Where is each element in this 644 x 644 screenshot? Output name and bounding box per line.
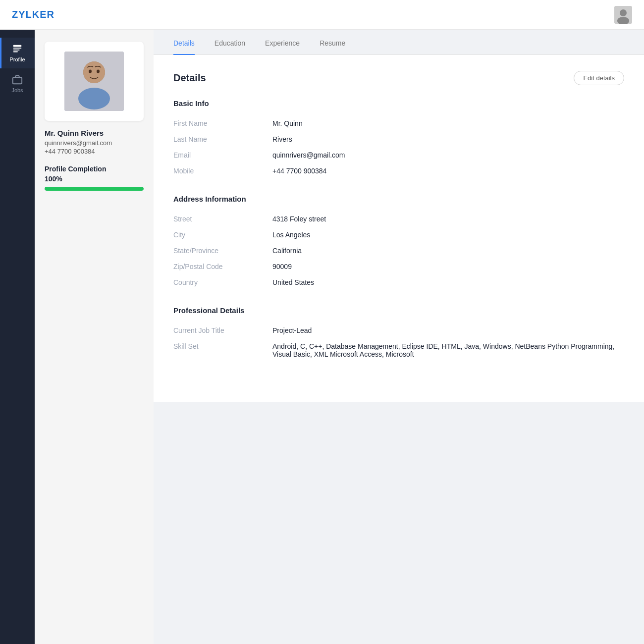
info-value: United States xyxy=(272,278,624,286)
completion-percent: 100% xyxy=(45,175,144,183)
info-row: CityLos Angeles xyxy=(173,227,624,243)
info-value: Android, C, C++, Database Management, Ec… xyxy=(272,342,624,358)
info-label: Skill Set xyxy=(173,342,272,358)
profile-phone: +44 7700 900384 xyxy=(45,148,144,155)
section-address: Address InformationStreet4318 Foley stre… xyxy=(173,195,624,290)
info-label: Mobile xyxy=(173,167,272,175)
info-value: California xyxy=(272,247,624,255)
info-label: State/Province xyxy=(173,247,272,255)
tab-bar: Details Education Experience Resume xyxy=(154,30,644,55)
main-content: Details Education Experience Resume Deta… xyxy=(154,30,644,644)
info-label: Current Job Title xyxy=(173,326,272,334)
details-title: Details xyxy=(173,72,206,84)
info-value: Los Angeles xyxy=(272,231,624,239)
svg-point-12 xyxy=(89,70,92,73)
info-row: Zip/Postal Code90009 xyxy=(173,259,624,274)
tab-details[interactable]: Details xyxy=(173,30,195,55)
info-row: CountryUnited States xyxy=(173,274,624,290)
completion-label: Profile Completion xyxy=(45,165,144,173)
info-value: Mr. Quinn xyxy=(272,119,624,127)
info-row: Emailquinnrivers@gmail.com xyxy=(173,147,624,163)
profile-email: quinnrivers@gmail.com xyxy=(45,139,144,147)
info-value: Rivers xyxy=(272,135,624,143)
section-professional: Professional DetailsCurrent Job TitlePro… xyxy=(173,306,624,362)
sidebar-profile-label: Profile xyxy=(9,56,25,62)
section-title-address: Address Information xyxy=(173,195,624,203)
topbar: ZYLKER xyxy=(0,0,644,30)
sections-container: Basic InfoFirst NameMr. QuinnLast NameRi… xyxy=(173,99,624,362)
svg-point-10 xyxy=(78,88,110,109)
info-row: Current Job TitleProject-Lead xyxy=(173,322,624,338)
tab-experience[interactable]: Experience xyxy=(265,30,300,55)
svg-rect-6 xyxy=(13,52,18,53)
svg-rect-4 xyxy=(13,48,22,49)
section-title-basic-info: Basic Info xyxy=(173,99,624,107)
svg-point-1 xyxy=(620,9,627,16)
app-logo: ZYLKER xyxy=(12,9,54,20)
details-card: Details Edit details Basic InfoFirst Nam… xyxy=(154,55,644,402)
progress-bar xyxy=(45,187,144,191)
section-title-professional: Professional Details xyxy=(173,306,624,315)
user-avatar[interactable] xyxy=(614,6,632,24)
info-label: Country xyxy=(173,278,272,286)
info-value: Project-Lead xyxy=(272,326,624,334)
svg-point-13 xyxy=(97,70,100,73)
section-basic-info: Basic InfoFirst NameMr. QuinnLast NameRi… xyxy=(173,99,624,179)
info-label: Street xyxy=(173,215,272,223)
left-panel: Mr. Quinn Rivers quinnrivers@gmail.com +… xyxy=(35,30,154,644)
info-label: Last Name xyxy=(173,135,272,143)
details-header: Details Edit details xyxy=(173,71,624,85)
sidebar-jobs-label: Jobs xyxy=(11,87,23,93)
info-label: Email xyxy=(173,151,272,159)
info-label: First Name xyxy=(173,119,272,127)
profile-name: Mr. Quinn Rivers xyxy=(45,129,144,137)
info-label: Zip/Postal Code xyxy=(173,263,272,270)
profile-photo xyxy=(64,52,124,111)
svg-rect-7 xyxy=(13,77,22,84)
info-row: Last NameRivers xyxy=(173,131,624,147)
info-label: City xyxy=(173,231,272,239)
info-value: quinnrivers@gmail.com xyxy=(272,151,624,159)
tab-resume[interactable]: Resume xyxy=(320,30,345,55)
sidebar-item-jobs[interactable]: Jobs xyxy=(0,68,35,99)
tab-education[interactable]: Education xyxy=(215,30,245,55)
info-value: +44 7700 900384 xyxy=(272,167,624,175)
sidebar: Profile Jobs xyxy=(0,30,35,644)
profile-photo-card xyxy=(45,42,144,121)
profile-icon xyxy=(12,44,23,54)
sidebar-item-profile[interactable]: Profile xyxy=(0,38,35,68)
main-layout: Profile Jobs xyxy=(0,30,644,644)
edit-details-button[interactable]: Edit details xyxy=(574,71,624,85)
info-value: 90009 xyxy=(272,263,624,270)
info-row: First NameMr. Quinn xyxy=(173,115,624,131)
info-value: 4318 Foley street xyxy=(272,215,624,223)
info-row: State/ProvinceCalifornia xyxy=(173,243,624,259)
info-row: Skill SetAndroid, C, C++, Database Manag… xyxy=(173,338,624,362)
progress-bar-fill xyxy=(45,187,144,191)
svg-rect-5 xyxy=(13,50,20,51)
info-row: Mobile+44 7700 900384 xyxy=(173,163,624,179)
jobs-icon xyxy=(12,74,23,85)
svg-rect-3 xyxy=(13,45,22,47)
svg-point-11 xyxy=(83,61,105,83)
info-row: Street4318 Foley street xyxy=(173,211,624,227)
